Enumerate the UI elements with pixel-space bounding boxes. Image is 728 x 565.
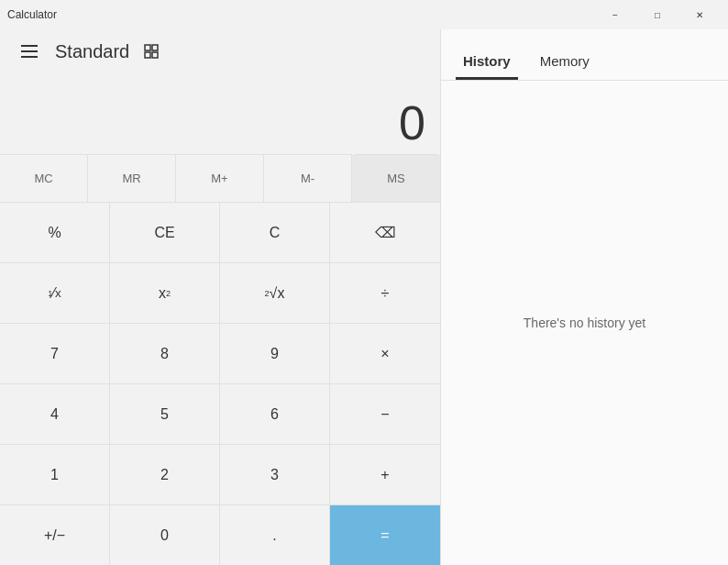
calc-btn-1[interactable]: 1 <box>0 444 110 504</box>
calc-btn-___[interactable]: +/− <box>0 504 110 565</box>
title-bar-controls: − □ ✕ <box>594 0 721 29</box>
calc-btn-_[interactable]: % <box>0 202 110 262</box>
expand-icon <box>144 44 159 59</box>
side-panel: HistoryMemory There's no history yet <box>440 29 728 565</box>
calc-btn-_[interactable]: ÷ <box>330 262 440 323</box>
hamburger-button[interactable] <box>15 37 44 66</box>
memory-btn-ms[interactable]: MS <box>352 154 440 202</box>
calc-btn-_[interactable]: − <box>330 383 440 444</box>
display-area: 0 <box>0 73 440 147</box>
title-bar: Calculator − □ ✕ <box>0 0 728 29</box>
calc-header: Standard <box>0 29 440 73</box>
side-content: There's no history yet <box>441 81 728 565</box>
calc-btn-2[interactable]: 2 <box>110 444 220 504</box>
calc-btn-3[interactable]: 3 <box>220 444 330 504</box>
svg-rect-1 <box>152 45 158 50</box>
display-number: 0 <box>399 99 425 147</box>
memory-btn-mc[interactable]: MC <box>0 154 88 202</box>
memory-btn-mr[interactable]: MR <box>88 154 176 202</box>
calc-panel: Standard 0 MCMRM+M-MS %CEC⌫1⁄xx22√x÷789×… <box>0 29 440 565</box>
calc-btn-_[interactable]: = <box>330 504 440 565</box>
memory-btn-m-[interactable]: M- <box>264 154 352 202</box>
main-container: Standard 0 MCMRM+M-MS %CEC⌫1⁄xx22√x÷789×… <box>0 29 728 565</box>
svg-rect-0 <box>145 45 150 50</box>
calc-btn-CE[interactable]: CE <box>110 202 220 262</box>
hamburger-line-2 <box>21 50 38 52</box>
side-tabs: HistoryMemory <box>441 29 728 81</box>
calc-btn-_[interactable]: × <box>330 323 440 383</box>
button-grid: %CEC⌫1⁄xx22√x÷789×456−123++/−0.= <box>0 202 440 565</box>
svg-rect-2 <box>145 52 150 58</box>
close-button[interactable]: ✕ <box>678 0 721 29</box>
calc-btn-8[interactable]: 8 <box>110 323 220 383</box>
calc-btn-5[interactable]: 5 <box>110 383 220 444</box>
calc-mode-title: Standard <box>55 41 129 62</box>
calc-btn-__x[interactable]: 2√x <box>220 262 330 323</box>
app-title: Calculator <box>7 8 57 21</box>
calc-btn-9[interactable]: 9 <box>220 323 330 383</box>
maximize-button[interactable]: □ <box>636 0 678 29</box>
tab-memory[interactable]: Memory <box>533 53 597 80</box>
minimize-button[interactable]: − <box>594 0 636 29</box>
memory-row: MCMRM+M-MS <box>0 154 440 202</box>
hamburger-line-3 <box>21 56 38 58</box>
calc-btn-6[interactable]: 6 <box>220 383 330 444</box>
calc-btn-_[interactable]: . <box>220 504 330 565</box>
no-history-text: There's no history yet <box>524 316 645 330</box>
title-bar-left: Calculator <box>7 8 57 21</box>
hamburger-line-1 <box>21 45 38 47</box>
tab-history[interactable]: History <box>456 53 518 80</box>
calc-btn-_[interactable]: ⌫ <box>330 202 440 262</box>
svg-rect-3 <box>152 52 158 58</box>
calc-btn-___[interactable]: 1⁄x <box>0 262 110 323</box>
calc-btn-_[interactable]: + <box>330 444 440 504</box>
calc-btn-x_[interactable]: x2 <box>110 262 220 323</box>
calc-btn-C[interactable]: C <box>220 202 330 262</box>
calc-btn-7[interactable]: 7 <box>0 323 110 383</box>
expand-button[interactable] <box>137 37 166 66</box>
calc-btn-4[interactable]: 4 <box>0 383 110 444</box>
calc-btn-0[interactable]: 0 <box>110 504 220 565</box>
memory-btn-m+[interactable]: M+ <box>176 154 264 202</box>
